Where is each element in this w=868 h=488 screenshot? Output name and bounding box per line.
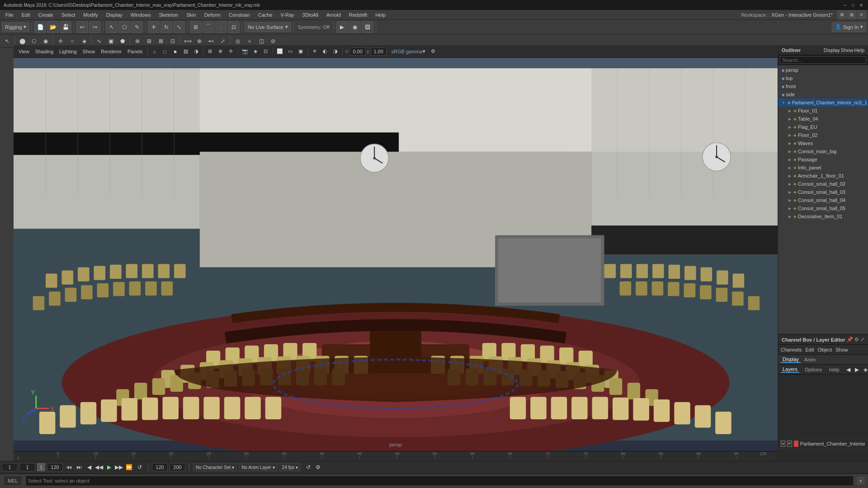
menu-vray[interactable]: V-Ray xyxy=(277,11,298,19)
status-expand-btn[interactable]: ≡ xyxy=(857,477,864,484)
play-back-btn[interactable]: ◀◀ xyxy=(94,463,104,472)
cb-pin-icon[interactable]: 📌 xyxy=(847,337,853,343)
cb-options-tab[interactable]: Options xyxy=(803,367,824,372)
vp-menu-show[interactable]: Show xyxy=(80,49,98,54)
outliner-item-top[interactable]: ■ top xyxy=(778,74,868,82)
cb-icon2[interactable]: ▶ xyxy=(854,366,861,373)
viewport-3d[interactable]: X Y Z persp xyxy=(14,58,778,451)
vp-exposure-input[interactable] xyxy=(350,47,366,56)
vp-solid[interactable]: ■ xyxy=(171,47,180,56)
tb-open[interactable]: 📂 xyxy=(47,21,59,33)
t2-scale-tool[interactable]: ⤢ xyxy=(217,36,228,47)
menu-redshift[interactable]: Redshift xyxy=(345,11,371,19)
cb-settings-icon[interactable]: ⚙ xyxy=(854,337,859,343)
vp-menu-shading[interactable]: Shading xyxy=(33,49,56,54)
workspace-btn3[interactable]: ≡ xyxy=(857,10,866,19)
vp-wire[interactable]: □ xyxy=(160,47,170,56)
vp-textured[interactable]: ▨ xyxy=(181,47,190,56)
tb-snap-view[interactable]: ⊡ xyxy=(228,21,240,33)
menu-file[interactable]: File xyxy=(2,11,17,19)
t2-attr[interactable]: ◈ xyxy=(79,36,90,47)
t2-pivot[interactable]: ⊗ xyxy=(194,36,205,47)
skip-start-btn[interactable]: ⏮ xyxy=(65,463,74,472)
bc-settings1[interactable]: ↺ xyxy=(304,463,312,471)
outliner-item-armchair[interactable]: ▶ ◈ Armchair_1_floor_01 xyxy=(778,172,868,180)
t2-xform1[interactable]: ⊕ xyxy=(132,36,143,47)
vp-film-gate[interactable]: ▭ xyxy=(286,47,295,56)
t2-paint[interactable]: ◉ xyxy=(40,36,51,47)
frame-start-input[interactable] xyxy=(2,463,18,471)
fps-dropdown[interactable]: 24 fps ▾ xyxy=(279,463,301,471)
menu-select[interactable]: Select xyxy=(58,11,79,19)
outliner-item-floor01[interactable]: ▶ ◈ Floor_01 xyxy=(778,107,868,115)
no-char-set-dropdown[interactable]: No Character Set ▾ xyxy=(193,463,237,471)
vp-origin[interactable]: ⊕ xyxy=(216,47,225,56)
tb-render[interactable]: ▶ xyxy=(336,21,348,33)
layer-playback-btn[interactable]: P xyxy=(787,441,792,447)
menu-help[interactable]: Help xyxy=(372,11,389,19)
cb-layers-tab[interactable]: Layers xyxy=(781,366,799,373)
t2-xform4[interactable]: ⊡ xyxy=(167,36,178,47)
bc-settings2[interactable]: ⚙ xyxy=(314,463,322,471)
maximize-button[interactable]: □ xyxy=(850,2,856,8)
tb-lasso[interactable]: ⬡ xyxy=(118,21,130,33)
menu-skin[interactable]: Skin xyxy=(183,11,199,19)
tb-ipr[interactable]: ◉ xyxy=(349,21,361,33)
cb-help-tab[interactable]: Help xyxy=(827,367,841,372)
close-button[interactable]: ✕ xyxy=(858,2,864,8)
outliner-item-consol-main[interactable]: ▶ ◈ Consol_main_big xyxy=(778,147,868,155)
no-anim-layer-dropdown[interactable]: No Anim Layer ▾ xyxy=(239,463,278,471)
menu-skeleton[interactable]: Skeleton xyxy=(155,11,182,19)
vp-safe-action[interactable]: ▣ xyxy=(296,47,305,56)
workspace-btn2[interactable]: ⊞ xyxy=(847,10,856,19)
tb-show-render[interactable]: 🖼 xyxy=(362,21,373,33)
menu-3dtoall[interactable]: 3DtoAll xyxy=(299,11,322,19)
sign-in-button[interactable]: 👤 Sign In ▾ xyxy=(832,22,866,32)
outliner-item-front[interactable]: ■ front xyxy=(778,82,868,90)
outliner-item-side[interactable]: ■ side xyxy=(778,90,868,99)
frame-end-input[interactable] xyxy=(47,463,63,471)
outliner-item-decorative[interactable]: ▶ ◈ Decorative_Item_01 xyxy=(778,212,868,221)
tb-move[interactable]: ✛ xyxy=(148,21,160,33)
vp-res-gate[interactable]: ⬜ xyxy=(275,47,284,56)
layer-row-default[interactable]: V P Parliament_Chamber_Interior xyxy=(778,439,868,449)
step-fwd-btn[interactable]: ▶▶ xyxy=(114,463,123,472)
vp-color-settings[interactable]: ⚙ xyxy=(429,47,438,56)
t2-xform3[interactable]: ⊠ xyxy=(156,36,166,47)
vp-gamma-dropdown[interactable]: sRGB gamma ▾ xyxy=(388,47,427,56)
menu-constrain[interactable]: Constrain xyxy=(225,11,254,19)
cb-icon1[interactable]: ◀ xyxy=(845,366,852,373)
cb-menu-show[interactable]: Show xyxy=(835,347,848,352)
vp-light3[interactable]: ◑ xyxy=(331,47,340,56)
cb-menu-edit[interactable]: Edit xyxy=(805,347,814,352)
vp-hud[interactable]: ⊡ xyxy=(261,47,270,56)
vp-gamma-input[interactable] xyxy=(371,47,387,56)
t2-snap-together[interactable]: ◎ xyxy=(232,36,243,47)
menu-cache[interactable]: Cache xyxy=(255,11,276,19)
workspace-value[interactable]: XGen - Interactive Groom1* xyxy=(771,12,833,18)
outliner-menu-show[interactable]: Show xyxy=(841,47,854,53)
tb-snap-curve[interactable]: ⌒ xyxy=(203,21,214,33)
t2-obj-manip[interactable]: ○ xyxy=(67,36,78,47)
outliner-item-table04[interactable]: ▶ ◈ Table_04 xyxy=(778,115,868,123)
menu-create[interactable]: Create xyxy=(35,11,57,19)
t2-curve-sel[interactable]: ∿ xyxy=(94,36,104,47)
outliner-item-waves[interactable]: ▶ ◈ Waves xyxy=(778,139,868,147)
frame-current-input[interactable] xyxy=(19,463,35,471)
t2-connect[interactable]: ⟡ xyxy=(244,36,255,47)
outliner-menu-display[interactable]: Display xyxy=(824,47,840,53)
max-frame-input[interactable] xyxy=(170,463,185,471)
t2-topo[interactable]: ◫ xyxy=(256,36,267,47)
menu-edit[interactable]: Edit xyxy=(18,11,34,19)
cb-expand-icon[interactable]: ⤢ xyxy=(860,337,864,343)
vp-home[interactable]: ⌂ xyxy=(150,47,159,56)
tb-redo[interactable]: ↪ xyxy=(89,21,101,33)
t2-soft-select[interactable]: ⬤ xyxy=(17,36,28,47)
vp-light2[interactable]: ◐ xyxy=(321,47,330,56)
layer-color-swatch[interactable] xyxy=(794,441,798,447)
t2-lasso[interactable]: ⬡ xyxy=(28,36,39,47)
timeline[interactable]: 1 5 10 15 20 xyxy=(14,451,778,461)
play-fwd-btn[interactable]: ▶ xyxy=(104,463,113,472)
t2-select[interactable]: ↖ xyxy=(2,36,13,47)
vp-manip[interactable]: ✛ xyxy=(226,47,236,56)
